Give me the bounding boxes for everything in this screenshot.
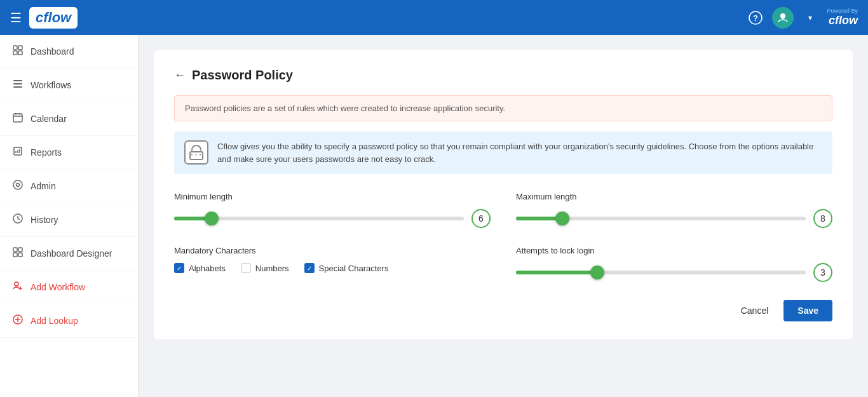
sidebar-item-add-workflow[interactable]: Add Workflow (0, 271, 138, 304)
mandatory-chars-group: Mandatory Characters Alphabets Numbers (174, 246, 491, 273)
page-title: Password Policy (192, 68, 293, 83)
sidebar-item-workflows[interactable]: Workflows (0, 69, 138, 102)
svg-rect-9 (13, 114, 22, 122)
max-length-thumb[interactable] (555, 212, 569, 225)
checkboxes-row: Alphabets Numbers Special Characters (174, 263, 491, 273)
svg-rect-5 (18, 51, 22, 55)
sidebar: Dashboard Workflows Calendar Reports Adm… (0, 35, 139, 397)
dropdown-arrow-icon[interactable]: ▾ (800, 8, 820, 28)
min-length-label: Minimum length (174, 192, 491, 201)
header-right: ? ▾ Powered By cflow (745, 7, 858, 29)
sidebar-item-admin[interactable]: Admin (0, 170, 138, 203)
special-chars-checkbox[interactable] (304, 263, 315, 273)
sidebar-label-dashboard: Dashboard (31, 46, 74, 57)
sidebar-label-reports: Reports (31, 147, 62, 158)
sidebar-label-add-workflow: Add Workflow (31, 282, 85, 292)
svg-rect-20 (13, 248, 17, 252)
workflows-icon (13, 79, 23, 91)
mandatory-row: Mandatory Characters Alphabets Numbers (174, 246, 832, 282)
sidebar-label-calendar: Calendar (31, 114, 67, 124)
min-length-track (174, 217, 464, 220)
add-workflow-icon (13, 281, 23, 293)
sidebar-item-add-lookup[interactable]: Add Lookup (0, 304, 138, 338)
svg-rect-7 (13, 83, 22, 84)
dashboard-icon (13, 45, 23, 58)
avatar-button[interactable] (772, 7, 794, 29)
sidebar-item-dashboard[interactable]: Dashboard (0, 35, 138, 69)
powered-by-logo: Powered By cflow (827, 8, 858, 27)
password-lock-icon: * * * (184, 140, 208, 165)
svg-rect-6 (13, 80, 22, 81)
info-banner: Password policies are a set of rules whi… (174, 95, 832, 121)
attempts-value: 3 (813, 263, 832, 282)
calendar-icon (13, 112, 23, 125)
sidebar-label-admin: Admin (31, 181, 56, 191)
sidebar-item-history[interactable]: History (0, 203, 138, 237)
svg-rect-4 (13, 51, 17, 55)
svg-rect-8 (13, 86, 22, 88)
sidebar-label-dashboard-designer: Dashboard Designer (31, 248, 112, 259)
logo-text: cflow (36, 10, 71, 26)
admin-icon (13, 180, 23, 192)
min-length-value: 6 (471, 209, 491, 228)
min-length-slider-container: 6 (174, 209, 491, 228)
hamburger-menu[interactable]: ☰ (10, 10, 22, 25)
numbers-checkbox[interactable] (241, 263, 251, 273)
numbers-checkbox-item[interactable]: Numbers (241, 263, 289, 273)
max-length-label: Maximum length (516, 192, 832, 201)
svg-point-17 (13, 180, 22, 189)
footer-buttons: Cancel Save (174, 300, 832, 321)
special-chars-checkbox-item[interactable]: Special Characters (304, 263, 389, 273)
sidebar-label-history: History (31, 215, 58, 225)
main-content: ← Password Policy Password policies are … (139, 35, 868, 397)
header-left: ☰ cflow (10, 7, 78, 29)
svg-point-18 (17, 184, 20, 187)
layout: Dashboard Workflows Calendar Reports Adm… (0, 35, 868, 397)
add-lookup-icon (13, 314, 23, 327)
min-length-thumb[interactable] (205, 212, 219, 225)
alphabets-label: Alphabets (189, 264, 226, 273)
alphabets-checkbox-item[interactable]: Alphabets (174, 263, 226, 273)
attempts-thumb[interactable] (590, 266, 604, 279)
svg-text:?: ? (753, 13, 758, 23)
svg-rect-22 (13, 253, 17, 257)
alphabets-checkbox[interactable] (174, 263, 184, 273)
svg-rect-23 (18, 253, 22, 257)
attempts-slider-container: 3 (516, 263, 832, 282)
logo-box[interactable]: cflow (29, 7, 78, 29)
info-banner-text: Password policies are a set of rules whi… (185, 104, 505, 113)
attempts-label: Attempts to lock login (516, 246, 832, 255)
sidebar-label-workflows: Workflows (31, 80, 71, 90)
page-card: ← Password Policy Password policies are … (154, 50, 853, 339)
description-text: Cflow gives you the ability to specify a… (217, 140, 822, 165)
attempts-fill (516, 271, 597, 274)
svg-rect-2 (13, 46, 17, 50)
back-button[interactable]: ← (174, 69, 186, 82)
header: ☰ cflow ? ▾ Powered By cflow (0, 0, 868, 35)
reports-icon (13, 146, 23, 159)
sidebar-item-dashboard-designer[interactable]: Dashboard Designer (0, 237, 138, 271)
numbers-label: Numbers (255, 264, 289, 273)
sidebar-label-add-lookup: Add Lookup (31, 316, 78, 326)
attempts-track (516, 271, 806, 274)
svg-point-24 (15, 282, 18, 286)
cancel-button[interactable]: Cancel (733, 300, 776, 321)
max-length-track (516, 217, 806, 220)
max-length-slider-container: 8 (516, 209, 832, 228)
sidebar-item-calendar[interactable]: Calendar (0, 102, 138, 136)
page-header: ← Password Policy (174, 68, 832, 83)
history-icon (13, 213, 23, 226)
description-box: * * * Cflow gives you the ability to spe… (174, 131, 832, 174)
max-length-value: 8 (813, 209, 832, 228)
svg-rect-21 (18, 248, 22, 252)
mandatory-chars-label: Mandatory Characters (174, 246, 491, 255)
sidebar-item-reports[interactable]: Reports (0, 136, 138, 170)
special-chars-label: Special Characters (319, 264, 389, 273)
dashboard-designer-icon (13, 247, 23, 260)
save-button[interactable]: Save (783, 300, 832, 321)
help-icon[interactable]: ? (745, 8, 766, 28)
min-length-group: Minimum length 6 (174, 192, 491, 228)
svg-rect-3 (18, 46, 22, 50)
attempts-group: Attempts to lock login 3 (516, 246, 832, 282)
max-length-group: Maximum length 8 (516, 192, 832, 228)
